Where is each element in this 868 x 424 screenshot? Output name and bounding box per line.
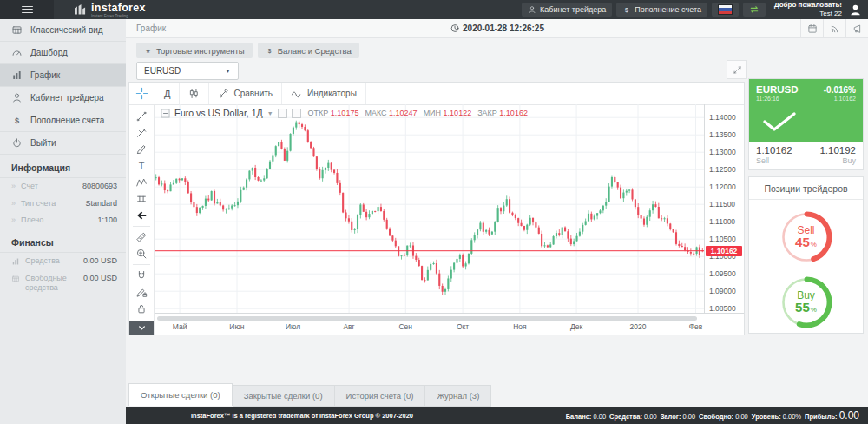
user-icon — [11, 92, 23, 103]
collapse-tools-button[interactable] — [129, 321, 154, 335]
sidebar-item-logout[interactable]: Выйти — [0, 132, 126, 155]
chart-legend: Euro vs US Dollar, 1Д ▼ ОТКР 1.10175 МАК… — [161, 108, 528, 118]
sidebar-item-chart[interactable]: График — [0, 64, 126, 87]
tab-journal[interactable]: Журнал (3) — [425, 385, 491, 407]
price-axis-tick: 1.10500 — [709, 235, 736, 243]
star-icon: ★ — [144, 47, 152, 55]
main-top-bar: График 2020-01-28 12:26:25 — [126, 19, 868, 38]
calendar-icon[interactable] — [800, 19, 823, 37]
quote-change-percent: -0.016% — [824, 85, 856, 95]
time-axis-label: Июл — [286, 322, 300, 331]
info-label: Счет — [21, 182, 38, 192]
trading-instruments-button[interactable]: ★Торговые инструменты — [136, 43, 253, 58]
trader-cabinet-button[interactable]: Кабинет трейдера — [522, 3, 612, 17]
sidebar-item-dashboard[interactable]: Дашборд — [0, 42, 126, 64]
interval-button[interactable]: Д — [155, 83, 180, 104]
magnet-tool[interactable] — [132, 268, 151, 283]
sell-gauge-value: 45 — [795, 235, 810, 249]
hamburger-menu-icon[interactable] — [0, 0, 54, 19]
main-toolbar: ★Торговые инструменты$Баланс и Средства — [136, 43, 359, 58]
chart-horizontal-scrollbar[interactable] — [157, 316, 697, 321]
chart-type-button[interactable] — [180, 83, 209, 104]
current-price-tag: 1.10162 — [706, 246, 742, 256]
language-button[interactable] — [712, 3, 739, 17]
chart-bars-icon — [11, 257, 20, 266]
symbol-select[interactable]: EURUSD ▼ — [136, 62, 239, 80]
pitchfork-tool[interactable] — [132, 125, 151, 141]
sidebar-item-cabinet[interactable]: Кабинет трейдера — [0, 87, 126, 109]
fullscreen-button[interactable] — [727, 60, 747, 79]
chevron-right-icon: » — [11, 199, 16, 209]
price-axis-tick: 1.11000 — [709, 217, 735, 226]
price-axis-tick: 1.14000 — [709, 113, 736, 122]
time-axis-label: Окт — [457, 322, 469, 331]
checkmark-icon — [760, 110, 856, 133]
footer-stat-equity: Средства: 0.00 — [609, 413, 657, 421]
compare-label: Сравнить — [233, 89, 273, 98]
datetime-text: 2020-01-28 12:26:25 — [463, 23, 544, 33]
draw-lock-tool[interactable] — [132, 284, 151, 300]
tab-open-trades[interactable]: Открытые сделки (0) — [128, 383, 233, 406]
russian-flag-icon — [718, 4, 733, 15]
sidebar-item-deposit[interactable]: $Пополнение счета — [0, 109, 126, 132]
page-title: График — [136, 23, 166, 33]
button-label: Баланс и Средства — [278, 46, 352, 56]
balance-funds-button[interactable]: $Баланс и Средства — [258, 43, 359, 58]
crosshair-tool[interactable] — [129, 83, 155, 104]
sidebar-item-classic-view[interactable]: Классический вид — [0, 19, 126, 42]
tab-closed-trades[interactable]: Закрытые сделки (0) — [233, 385, 335, 407]
zoom-in-tool[interactable] — [132, 246, 151, 262]
logo-tagline: Instant Forex Trading — [91, 15, 146, 19]
rss-icon[interactable] — [823, 19, 845, 37]
lock-tool[interactable] — [132, 301, 151, 316]
forecast-tool[interactable] — [132, 191, 151, 207]
sell-quote-button[interactable]: 1.10162 Sell — [749, 142, 806, 169]
arrow-cursor-tool[interactable] — [132, 208, 151, 223]
deposit-button[interactable]: $ Пополнение счета — [616, 3, 707, 17]
chart-plot-area[interactable]: Euro vs US Dollar, 1Д ▼ ОТКР 1.10175 МАК… — [155, 104, 744, 335]
avatar[interactable] — [849, 3, 862, 17]
legend-source-icon[interactable] — [292, 109, 301, 118]
candlestick-chart[interactable] — [155, 104, 704, 313]
tab-account-history[interactable]: История счета (0) — [335, 385, 426, 407]
price-axis-tick: 1.11500 — [709, 200, 735, 209]
footer-stat-level: Уровень: 0.00% — [752, 413, 801, 421]
info-label: Тип счета — [21, 199, 56, 209]
info-label: Свободные средства — [25, 274, 83, 294]
price-axis[interactable]: 1.140001.135001.130001.125001.120001.115… — [704, 104, 744, 313]
compare-button[interactable]: Сравнить — [209, 83, 282, 104]
ruler-tool[interactable] — [132, 229, 151, 245]
quote-price: 1.10162 — [834, 96, 856, 102]
legend-settings-icon[interactable] — [278, 109, 287, 118]
quote-card: EURUSD -0.016% 11:26:16 1.10162 1.10162 … — [748, 78, 864, 170]
welcome-block: Добро пожаловать! Test 22 — [774, 1, 842, 18]
price-axis-tick: 1.09500 — [709, 269, 736, 278]
legend-caret-icon[interactable]: ▼ — [267, 110, 273, 116]
trend-line-tool[interactable] — [132, 109, 151, 124]
time-axis[interactable]: МайИюнИюлАвгСенОктНояДек2020Фев — [155, 313, 744, 335]
equity-row: Средства0.00 USD — [0, 253, 126, 270]
buy-label: Buy — [813, 156, 856, 165]
dollar-icon: $ — [266, 47, 273, 55]
text-tool-tool[interactable]: T — [132, 158, 151, 174]
xabcd-tool[interactable] — [132, 175, 151, 190]
buy-gauge-value: 55 — [795, 300, 810, 315]
time-axis-label: Июн — [229, 322, 244, 331]
chart-toolbar: Д Сравнить Индикаторы — [129, 83, 744, 105]
time-axis-label: Фев — [689, 322, 703, 331]
account-switch-button[interactable] — [743, 3, 766, 17]
collapse-legend-icon[interactable] — [161, 109, 170, 118]
finance-section-title: Финансы — [0, 229, 126, 253]
button-label: Торговые инструменты — [156, 46, 245, 56]
brush-tool[interactable] — [132, 142, 151, 157]
swap-icon — [749, 4, 760, 15]
info-label: Плечо — [21, 215, 43, 226]
table-icon — [11, 275, 20, 283]
quote-symbol: EURUSD — [756, 84, 799, 95]
indicators-button[interactable]: Индикаторы — [282, 83, 366, 104]
time-axis-label: Дек — [570, 322, 582, 331]
info-value: 1:100 — [97, 215, 117, 226]
buy-quote-button[interactable]: 1.10192 Buy — [806, 142, 863, 169]
chevron-right-icon: » — [11, 182, 16, 192]
announcements-icon[interactable] — [845, 19, 868, 37]
